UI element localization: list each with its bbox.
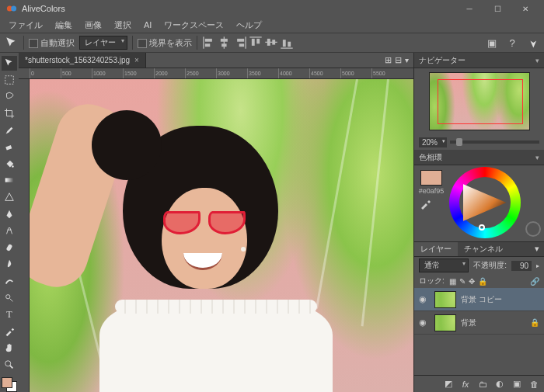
svg-point-22 bbox=[12, 165, 14, 168]
layer-row[interactable]: ◉ 背景 コピー bbox=[414, 288, 544, 311]
menu-image[interactable]: 画像 bbox=[79, 18, 107, 33]
align-top-icon[interactable] bbox=[249, 36, 263, 50]
layer-name[interactable]: 背景 コピー bbox=[461, 294, 539, 305]
tab-layers[interactable]: レイヤー bbox=[414, 242, 458, 256]
menu-workspace[interactable]: ワークスペース bbox=[159, 18, 229, 33]
tool-heal[interactable] bbox=[2, 241, 17, 255]
color-hex-value: #e0af95 bbox=[419, 187, 445, 195]
tool-zoom[interactable] bbox=[2, 358, 17, 373]
eyedropper-icon[interactable] bbox=[419, 198, 431, 210]
lock-transparent-icon[interactable]: ▦ bbox=[449, 277, 456, 286]
tool-shape[interactable] bbox=[2, 190, 17, 205]
tool-move[interactable] bbox=[2, 56, 17, 71]
right-panel-stack: ナビゲーター ▾ 20% 色相環 ▾ #e0af95 bbox=[413, 53, 544, 392]
notices-icon[interactable]: ▣ bbox=[485, 36, 499, 50]
minimize-button[interactable]: ─ bbox=[457, 1, 482, 16]
new-folder-icon[interactable]: 🗀 bbox=[477, 379, 488, 390]
svg-rect-4 bbox=[205, 43, 210, 47]
tool-smudge[interactable] bbox=[2, 274, 17, 289]
adjustment-layer-icon[interactable]: ◐ bbox=[494, 379, 505, 390]
navigator-zoom-row: 20% bbox=[414, 134, 544, 150]
svg-point-25 bbox=[6, 294, 10, 298]
tool-gradient[interactable] bbox=[2, 173, 17, 188]
menu-edit[interactable]: 編集 bbox=[50, 18, 78, 33]
close-button[interactable]: ✕ bbox=[513, 1, 538, 16]
navigator-viewbox[interactable] bbox=[438, 79, 523, 124]
view-grid-icon[interactable]: ⊞ bbox=[385, 55, 392, 65]
tool-lasso[interactable] bbox=[2, 89, 17, 104]
current-color-swatch[interactable]: #e0af95 bbox=[419, 170, 444, 195]
panel-menu-icon[interactable]: ▾ bbox=[530, 242, 544, 256]
svg-rect-11 bbox=[249, 36, 261, 37]
foreground-swatch[interactable] bbox=[2, 377, 12, 388]
blend-mode-dropdown[interactable]: 通常 bbox=[419, 258, 469, 272]
tool-palette: T bbox=[0, 53, 19, 392]
menu-file[interactable]: ファイル bbox=[3, 18, 48, 33]
lock-position-icon[interactable]: ✥ bbox=[469, 277, 475, 286]
layer-link-icon[interactable]: 🔗 bbox=[530, 277, 539, 286]
opacity-stepper-icon[interactable]: ▸ bbox=[536, 262, 539, 269]
layer-name[interactable]: 背景 bbox=[461, 317, 525, 328]
tool-clone[interactable] bbox=[2, 224, 17, 238]
ruler-horizontal: 0500 10001500 20002500 30003500 40004500… bbox=[19, 68, 413, 79]
opacity-value-input[interactable]: 90 bbox=[511, 261, 532, 271]
maximize-button[interactable]: ☐ bbox=[485, 1, 510, 16]
tab-close-icon[interactable]: × bbox=[134, 56, 139, 64]
color-wheel[interactable] bbox=[444, 165, 525, 241]
canvas[interactable] bbox=[30, 79, 413, 392]
tool-hand[interactable] bbox=[2, 341, 17, 356]
layer-target-dropdown[interactable]: レイヤー bbox=[79, 36, 127, 50]
document-area: *shutterstock_1563240253.jpg × ⊞ ⊟ ▾ 050… bbox=[19, 53, 413, 392]
tool-marquee[interactable] bbox=[2, 73, 17, 88]
tool-dodge[interactable] bbox=[2, 290, 17, 305]
layer-row[interactable]: ◉ 背景 🔒 bbox=[414, 311, 544, 335]
tool-eraser[interactable] bbox=[2, 140, 17, 154]
svg-point-1 bbox=[11, 6, 16, 12]
panel-menu-icon[interactable]: ▾ bbox=[535, 57, 539, 64]
delete-layer-icon[interactable]: 🗑 bbox=[528, 379, 539, 390]
zoom-value-dropdown[interactable]: 20% bbox=[419, 137, 447, 147]
lock-all-icon[interactable]: 🔒 bbox=[478, 277, 487, 286]
color-compare-icon[interactable] bbox=[525, 221, 541, 237]
svg-point-26 bbox=[5, 361, 11, 366]
align-bottom-icon[interactable] bbox=[280, 36, 294, 50]
tool-fill[interactable] bbox=[2, 157, 17, 172]
menu-ai[interactable]: AI bbox=[138, 19, 157, 31]
auto-select-checkbox[interactable]: 自動選択 bbox=[29, 37, 75, 49]
help-icon[interactable]: ? bbox=[505, 36, 519, 50]
new-layer-icon[interactable]: ▣ bbox=[511, 379, 522, 390]
view-list-icon[interactable]: ⊟ bbox=[395, 55, 402, 65]
view-menu-icon[interactable]: ▾ bbox=[405, 56, 409, 64]
align-center-h-icon[interactable] bbox=[218, 36, 232, 50]
tool-crop[interactable] bbox=[2, 106, 17, 121]
visibility-toggle-icon[interactable]: ◉ bbox=[419, 294, 430, 304]
tool-brush[interactable] bbox=[2, 123, 17, 137]
menu-help[interactable]: ヘルプ bbox=[231, 18, 267, 33]
tool-blur[interactable] bbox=[2, 257, 17, 272]
align-middle-v-icon[interactable] bbox=[264, 36, 278, 50]
share-icon[interactable] bbox=[525, 36, 539, 50]
document-tab[interactable]: *shutterstock_1563240253.jpg × bbox=[19, 53, 146, 68]
tool-pen[interactable] bbox=[2, 206, 17, 221]
navigator-header[interactable]: ナビゲーター ▾ bbox=[414, 53, 544, 68]
move-tool-icon[interactable] bbox=[5, 36, 19, 50]
color-panel-header[interactable]: 色相環 ▾ bbox=[414, 150, 544, 165]
svg-rect-9 bbox=[237, 39, 244, 42]
tab-channels[interactable]: チャンネル bbox=[458, 242, 509, 256]
add-fx-icon[interactable]: fx bbox=[460, 379, 471, 390]
svg-rect-14 bbox=[265, 42, 277, 43]
navigator-preview[interactable] bbox=[414, 68, 544, 134]
tool-text[interactable]: T bbox=[2, 307, 17, 322]
menu-select[interactable]: 選択 bbox=[109, 18, 137, 33]
visibility-toggle-icon[interactable]: ◉ bbox=[419, 317, 430, 328]
panel-menu-icon[interactable]: ▾ bbox=[535, 154, 539, 161]
add-mask-icon[interactable]: ◩ bbox=[443, 379, 454, 390]
lock-pixels-icon[interactable]: ✎ bbox=[459, 277, 466, 286]
zoom-slider[interactable] bbox=[450, 140, 539, 144]
color-swatches[interactable] bbox=[2, 377, 17, 392]
align-right-icon[interactable] bbox=[233, 36, 247, 50]
tool-color-picker[interactable] bbox=[2, 324, 17, 339]
show-bounds-checkbox[interactable]: 境界を表示 bbox=[138, 37, 192, 49]
svg-rect-5 bbox=[224, 36, 225, 48]
align-left-icon[interactable] bbox=[202, 36, 216, 50]
